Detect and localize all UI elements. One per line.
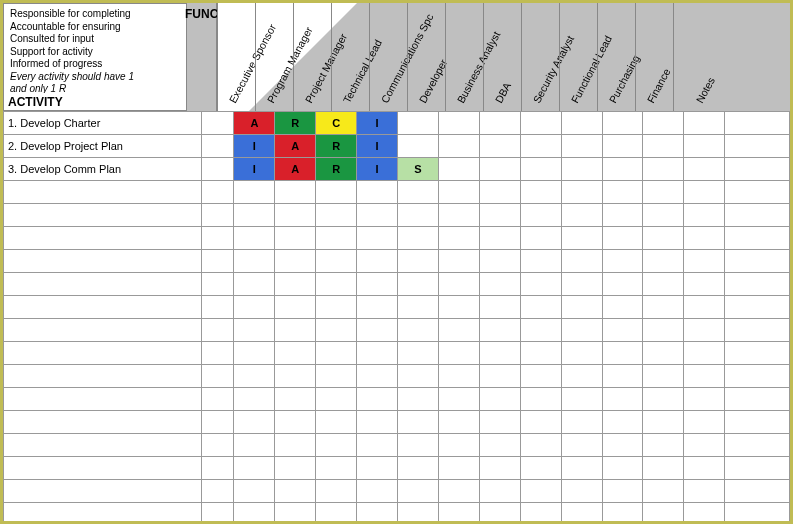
raci-cell[interactable] [725,204,790,227]
raci-cell[interactable] [438,480,479,503]
raci-cell[interactable] [684,135,725,158]
raci-cell[interactable] [275,250,316,273]
gap-cell[interactable] [202,250,234,273]
raci-cell[interactable] [643,227,684,250]
raci-cell[interactable] [234,457,275,480]
raci-cell[interactable] [561,181,602,204]
raci-cell[interactable] [479,365,520,388]
raci-cell[interactable] [275,388,316,411]
raci-cell[interactable] [561,227,602,250]
raci-cell[interactable] [357,181,398,204]
raci-cell[interactable] [602,204,643,227]
raci-cell[interactable] [438,158,479,181]
raci-cell[interactable] [234,273,275,296]
raci-cell[interactable] [520,503,561,525]
raci-cell[interactable] [684,342,725,365]
raci-cell[interactable] [275,342,316,365]
raci-cell[interactable] [561,365,602,388]
activity-cell[interactable] [4,342,202,365]
raci-cell[interactable] [398,250,439,273]
raci-cell[interactable] [316,319,357,342]
raci-cell[interactable] [275,365,316,388]
raci-cell[interactable] [479,296,520,319]
raci-cell[interactable] [643,204,684,227]
raci-cell[interactable] [725,135,790,158]
raci-cell[interactable] [316,250,357,273]
raci-cell[interactable] [357,457,398,480]
raci-cell[interactable] [357,204,398,227]
raci-cell[interactable] [479,204,520,227]
raci-cell[interactable] [398,365,439,388]
raci-cell[interactable] [520,204,561,227]
activity-cell[interactable]: 2. Develop Project Plan [4,135,202,158]
raci-cell[interactable] [234,227,275,250]
raci-cell[interactable] [234,319,275,342]
activity-cell[interactable] [4,434,202,457]
gap-cell[interactable] [202,296,234,319]
raci-cell[interactable] [398,296,439,319]
raci-cell[interactable] [520,112,561,135]
raci-cell[interactable] [479,480,520,503]
activity-cell[interactable]: 3. Develop Comm Plan [4,158,202,181]
raci-cell[interactable] [275,319,316,342]
raci-cell[interactable] [357,434,398,457]
raci-cell[interactable] [438,457,479,480]
raci-cell[interactable] [684,480,725,503]
raci-cell[interactable] [479,112,520,135]
raci-cell[interactable] [316,388,357,411]
raci-cell[interactable] [275,204,316,227]
raci-cell[interactable] [602,457,643,480]
gap-cell[interactable] [202,204,234,227]
activity-cell[interactable] [4,503,202,525]
raci-cell[interactable] [316,342,357,365]
raci-cell[interactable] [684,503,725,525]
raci-cell[interactable] [561,250,602,273]
raci-cell[interactable] [234,204,275,227]
raci-cell[interactable] [316,503,357,525]
raci-cell[interactable] [398,480,439,503]
raci-cell[interactable] [520,158,561,181]
raci-cell[interactable] [725,296,790,319]
activity-cell[interactable] [4,250,202,273]
gap-cell[interactable] [202,503,234,525]
raci-cell[interactable] [725,434,790,457]
raci-cell[interactable] [643,342,684,365]
raci-cell[interactable] [684,434,725,457]
raci-cell[interactable] [357,411,398,434]
raci-cell[interactable] [561,319,602,342]
raci-cell[interactable]: R [316,135,357,158]
raci-cell[interactable] [479,434,520,457]
raci-cell[interactable] [520,319,561,342]
raci-cell[interactable] [602,112,643,135]
raci-cell[interactable] [643,112,684,135]
raci-cell[interactable] [725,227,790,250]
raci-cell[interactable]: C [316,112,357,135]
gap-cell[interactable] [202,434,234,457]
raci-cell[interactable]: I [357,135,398,158]
raci-cell[interactable] [275,296,316,319]
raci-cell[interactable] [561,296,602,319]
raci-cell[interactable] [684,227,725,250]
raci-cell[interactable] [561,273,602,296]
raci-cell[interactable] [561,480,602,503]
raci-cell[interactable] [520,227,561,250]
raci-cell[interactable] [561,434,602,457]
gap-cell[interactable] [202,480,234,503]
activity-cell[interactable]: 1. Develop Charter [4,112,202,135]
raci-cell[interactable] [602,388,643,411]
raci-cell[interactable] [561,457,602,480]
activity-cell[interactable] [4,204,202,227]
raci-cell[interactable] [234,181,275,204]
activity-cell[interactable] [4,457,202,480]
raci-cell[interactable] [520,480,561,503]
raci-cell[interactable] [602,503,643,525]
raci-cell[interactable] [438,388,479,411]
raci-cell[interactable] [438,227,479,250]
raci-cell[interactable] [602,158,643,181]
raci-cell[interactable] [275,480,316,503]
raci-cell[interactable] [479,411,520,434]
raci-cell[interactable] [643,135,684,158]
raci-cell[interactable] [357,365,398,388]
raci-cell[interactable] [275,457,316,480]
raci-cell[interactable] [725,250,790,273]
